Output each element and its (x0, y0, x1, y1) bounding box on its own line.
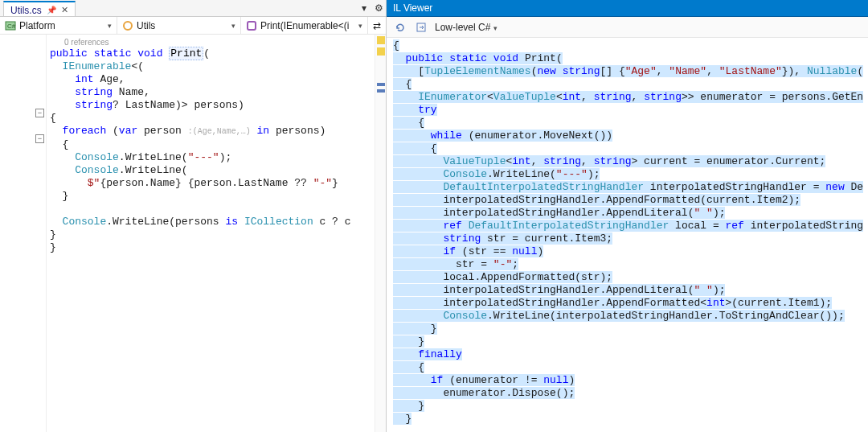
file-tab-utils[interactable]: Utils.cs 📌 ✕ (3, 1, 76, 16)
svg-rect-3 (248, 22, 256, 30)
il-viewer-code[interactable]: { public static void Print( [TupleElemen… (387, 38, 868, 432)
il-viewer-body: { public static void Print( [TupleElemen… (387, 38, 868, 432)
chevron-down-icon: ▾ (493, 24, 497, 32)
editor-body: − − 0 references public static void Prin… (0, 35, 386, 432)
tabstrip-spacer (76, 0, 357, 16)
il-viewer-toolbar: Low-level C# ▾ (387, 17, 868, 38)
warning-marker[interactable] (377, 47, 385, 56)
breadcrumb-project-text: Platform (19, 20, 104, 31)
breadcrumb-member[interactable]: Print(IEnumerable<(i ▾ (241, 17, 368, 34)
decompile-level-dropdown[interactable]: Low-level C# ▾ (435, 22, 497, 33)
info-marker[interactable] (377, 89, 385, 93)
chevron-down-icon: ▾ (231, 22, 235, 30)
breadcrumb-class[interactable]: Utils ▾ (117, 17, 241, 34)
svg-text:C#: C# (7, 23, 16, 30)
tab-overflow-dropdown[interactable]: ▾ (357, 0, 371, 16)
info-marker[interactable] (377, 83, 385, 86)
il-viewer-pane: IL Viewer Low-level C# ▾ { public static… (387, 0, 868, 432)
class-icon (122, 20, 133, 31)
chevron-down-icon: ▾ (108, 22, 112, 30)
breadcrumb-member-text: Print(IEnumerable<(i (260, 20, 355, 31)
editor-tabstrip[interactable]: Utils.cs 📌 ✕ ▾ ⚙ (0, 0, 386, 17)
sync-icon: ⇄ (373, 20, 381, 31)
csharp-project-icon: C# (5, 20, 16, 31)
il-viewer-title: IL Viewer (387, 0, 439, 16)
decompile-level-label: Low-level C# (435, 22, 490, 33)
chevron-down-icon: ▾ (358, 22, 362, 30)
method-icon (246, 20, 257, 31)
tab-settings-icon[interactable]: ⚙ (371, 0, 386, 16)
il-viewer-header[interactable]: IL Viewer (387, 0, 868, 17)
breadcrumb-project[interactable]: C# Platform ▾ (0, 17, 117, 34)
app-root: Utils.cs 📌 ✕ ▾ ⚙ C# Platform ▾ Utils (0, 0, 868, 432)
code-breadcrumb: C# Platform ▾ Utils ▾ Print(IEnumerable<… (0, 17, 386, 35)
fold-column[interactable]: − − (35, 35, 46, 432)
navigate-button[interactable] (412, 19, 430, 36)
breadcrumb-class-text: Utils (137, 20, 228, 31)
refresh-icon (395, 22, 406, 33)
source-code[interactable]: public static void Print( IEnumerable<( … (50, 47, 375, 254)
tab-title: Utils.cs (10, 5, 42, 16)
pin-icon[interactable]: 📌 (47, 6, 56, 14)
breadcrumb-sync-button[interactable]: ⇄ (368, 17, 386, 34)
fold-toggle[interactable]: − (35, 134, 44, 143)
error-strip[interactable] (375, 35, 386, 432)
editor-gutter[interactable]: − − (0, 35, 47, 432)
editor-pane: Utils.cs 📌 ✕ ▾ ⚙ C# Platform ▾ Utils (0, 0, 387, 432)
fold-toggle[interactable]: − (35, 109, 44, 117)
decompiled-code[interactable]: { public static void Print( [TupleElemen… (393, 39, 868, 426)
navigate-icon (416, 22, 427, 33)
refresh-button[interactable] (391, 19, 409, 36)
editor-code[interactable]: 0 references public static void Print( I… (47, 35, 375, 432)
svg-point-2 (124, 22, 132, 30)
warning-marker[interactable] (377, 36, 385, 44)
close-icon[interactable]: ✕ (61, 5, 68, 15)
codelens-references[interactable]: 0 references (64, 38, 109, 47)
